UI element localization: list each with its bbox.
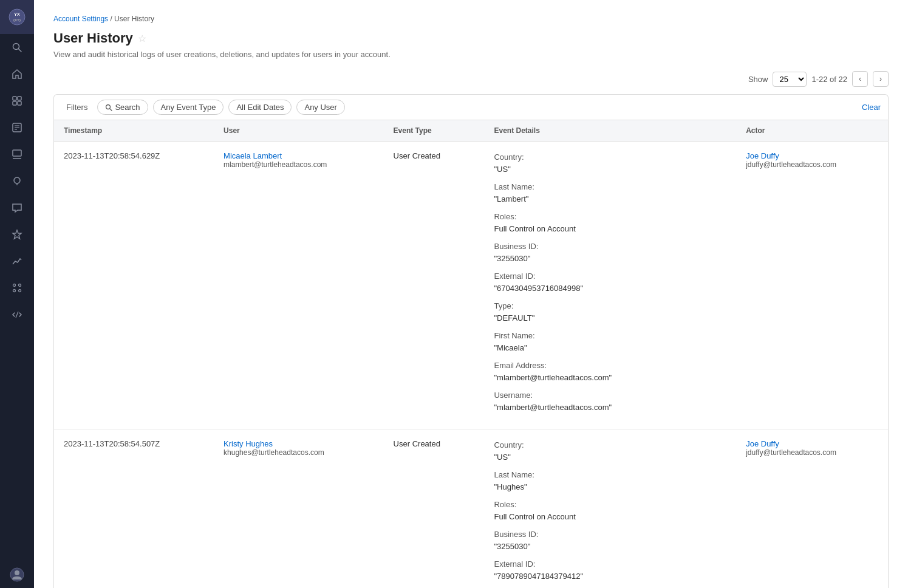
event-detail-item: Business ID:"3255030"	[494, 528, 726, 552]
user-name-link[interactable]: Micaela Lambert	[224, 151, 282, 160]
event-detail-label: Business ID:	[494, 528, 726, 541]
pagination-row: Show 25 50 100 1-22 of 22 ‹ ›	[53, 71, 889, 87]
event-detail-item: External ID:"6704304953716084998"	[494, 270, 726, 294]
page-title: User History	[53, 30, 133, 46]
col-user: User	[214, 120, 384, 142]
integrations-icon[interactable]	[0, 87, 34, 114]
favorite-star-icon[interactable]: ☆	[138, 33, 146, 44]
clear-filters-button[interactable]: Clear	[862, 103, 881, 112]
filters-bar: Filters Search Any Event Type All Edit D…	[53, 94, 889, 120]
actor-email: jduffy@turtleheadtacos.com	[746, 448, 878, 457]
event-detail-value: "7890789047184379412"	[494, 570, 726, 583]
event-detail-item: First Name:"Micaela"	[494, 330, 726, 354]
app-logo[interactable]: YX (XY)	[0, 0, 34, 34]
svg-point-18	[19, 284, 21, 287]
show-per-page-select[interactable]: 25 50 100	[773, 72, 807, 87]
breadcrumb-separator: /	[110, 15, 112, 23]
cell-actor: Joe Duffyjduffy@turtleheadtacos.com	[736, 429, 888, 589]
event-detail-label: Last Name:	[494, 181, 726, 193]
event-detail-item: Username:"mlambert@turtleheadtacos.com"	[494, 389, 726, 413]
next-page-button[interactable]: ›	[873, 71, 889, 87]
event-detail-value: "Lambert"	[494, 193, 726, 205]
event-detail-value: "3255030"	[494, 253, 726, 265]
event-detail-label: Username:	[494, 389, 726, 402]
cell-user: Micaela Lambertmlambert@turtleheadtacos.…	[214, 142, 384, 429]
breadcrumb-current: User History	[114, 15, 154, 23]
breadcrumb-parent-link[interactable]: Account Settings	[53, 15, 108, 23]
event-detail-value: "6704304953716084998"	[494, 282, 726, 295]
event-detail-item: Roles:Full Control on Account	[494, 499, 726, 522]
event-detail-label: Roles:	[494, 211, 726, 223]
event-detail-label: Last Name:	[494, 469, 726, 481]
messages-icon[interactable]	[0, 194, 34, 221]
home-icon[interactable]	[0, 61, 34, 87]
event-detail-label: First Name:	[494, 330, 726, 342]
col-event-details: Event Details	[484, 120, 736, 142]
svg-point-0	[9, 9, 25, 25]
reports-icon[interactable]	[0, 114, 34, 141]
event-detail-value: "Micaela"	[494, 342, 726, 354]
svg-point-17	[13, 284, 16, 287]
svg-text:(XY): (XY)	[13, 18, 21, 22]
svg-point-23	[15, 570, 19, 575]
event-detail-value: "US"	[494, 451, 726, 463]
search-filter-button[interactable]: Search	[97, 100, 148, 115]
dates-filter-button[interactable]: All Edit Dates	[228, 100, 292, 115]
event-detail-label: Country:	[494, 439, 726, 451]
event-detail-value: "US"	[494, 163, 726, 176]
dashboard-icon[interactable]	[0, 141, 34, 168]
prev-page-button[interactable]: ‹	[852, 71, 868, 87]
user-avatar[interactable]	[0, 561, 34, 588]
content-area: Account Settings / User History User His…	[34, 0, 908, 588]
svg-line-25	[110, 108, 112, 111]
user-name-link[interactable]: Kristy Hughes	[224, 439, 273, 448]
search-filter-label: Search	[115, 103, 140, 112]
breadcrumb: Account Settings / User History	[53, 15, 889, 23]
event-detail-item: External ID:"7890789047184379412"	[494, 558, 726, 582]
svg-rect-6	[18, 97, 21, 100]
search-sidebar-icon[interactable]	[0, 34, 34, 61]
actor-email: jduffy@turtleheadtacos.com	[746, 160, 878, 169]
developer-icon[interactable]	[0, 301, 34, 328]
svg-rect-8	[18, 101, 21, 105]
event-detail-value: "DEFAULT"	[494, 312, 726, 324]
event-detail-item: Country:"US"	[494, 439, 726, 463]
actor-name-link[interactable]: Joe Duffy	[746, 151, 779, 160]
event-detail-label: Country:	[494, 151, 726, 163]
user-filter-button[interactable]: Any User	[296, 100, 344, 115]
page-info: 1-22 of 22	[811, 75, 847, 84]
event-detail-label: Business ID:	[494, 241, 726, 253]
cell-actor: Joe Duffyjduffy@turtleheadtacos.com	[736, 142, 888, 429]
user-email: khughes@turtleheadtacos.com	[224, 448, 374, 457]
event-detail-label: Type:	[494, 300, 726, 312]
event-detail-item: Type:"DEFAULT"	[494, 300, 726, 324]
event-type-filter-button[interactable]: Any Event Type	[153, 100, 224, 115]
cell-event-details: Country:"US"Last Name:"Hughes"Roles:Full…	[484, 429, 736, 589]
user-history-table: Timestamp User Event Type Event Details …	[54, 120, 888, 588]
filters-label: Filters	[61, 100, 92, 114]
event-detail-item: Business ID:"3255030"	[494, 241, 726, 264]
user-filter-label: Any User	[304, 103, 336, 112]
col-timestamp: Timestamp	[54, 120, 214, 142]
table-header-row: Timestamp User Event Type Event Details …	[54, 120, 888, 142]
cell-event-type: User Created	[384, 142, 485, 429]
search-filter-icon	[105, 104, 112, 111]
cell-event-details: Country:"US"Last Name:"Lambert"Roles:Ful…	[484, 142, 736, 429]
event-detail-label: Roles:	[494, 499, 726, 511]
actor-name-link[interactable]: Joe Duffy	[746, 439, 779, 448]
page-title-row: User History ☆	[53, 30, 889, 46]
event-detail-value: "mlambert@turtleheadtacos.com"	[494, 402, 726, 414]
insights-icon[interactable]	[0, 168, 34, 194]
event-detail-label: Email Address:	[494, 360, 726, 372]
analytics-icon[interactable]	[0, 248, 34, 275]
svg-rect-13	[13, 150, 21, 156]
event-detail-value: "Hughes"	[494, 481, 726, 493]
svg-line-21	[16, 312, 18, 318]
user-history-table-wrapper: Timestamp User Event Type Event Details …	[53, 120, 889, 588]
apps-icon[interactable]	[0, 275, 34, 301]
event-detail-value: Full Control on Account	[494, 223, 726, 235]
table-row: 2023-11-13T20:58:54.629ZMicaela Lambertm…	[54, 142, 888, 429]
favorites-icon[interactable]	[0, 221, 34, 248]
event-detail-value: "3255030"	[494, 541, 726, 553]
svg-rect-5	[13, 97, 16, 100]
